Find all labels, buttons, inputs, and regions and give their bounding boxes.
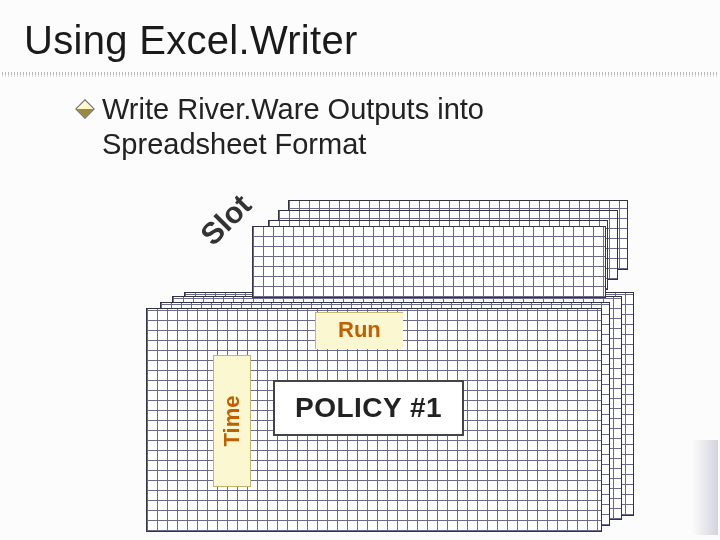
slide: Using Excel.Writer Write River.Ware Outp… bbox=[0, 0, 720, 540]
title-underline-shadow bbox=[2, 75, 718, 77]
time-axis-label: Time bbox=[219, 396, 245, 447]
policy-label-box: POLICY #1 bbox=[273, 380, 464, 436]
run-axis-label: Run bbox=[315, 312, 403, 349]
diamond-bullet-icon bbox=[75, 99, 95, 119]
bullet-item: Write River.Ware Outputs into Spreadshee… bbox=[78, 92, 638, 163]
slide-title: Using Excel.Writer bbox=[24, 18, 358, 63]
bullet-text: Write River.Ware Outputs into Spreadshee… bbox=[102, 92, 638, 163]
time-axis-box: Time bbox=[213, 355, 251, 487]
slot-axis-label: Slot bbox=[194, 188, 258, 252]
right-shade bbox=[692, 440, 718, 535]
slot-sheet-front bbox=[252, 226, 606, 298]
